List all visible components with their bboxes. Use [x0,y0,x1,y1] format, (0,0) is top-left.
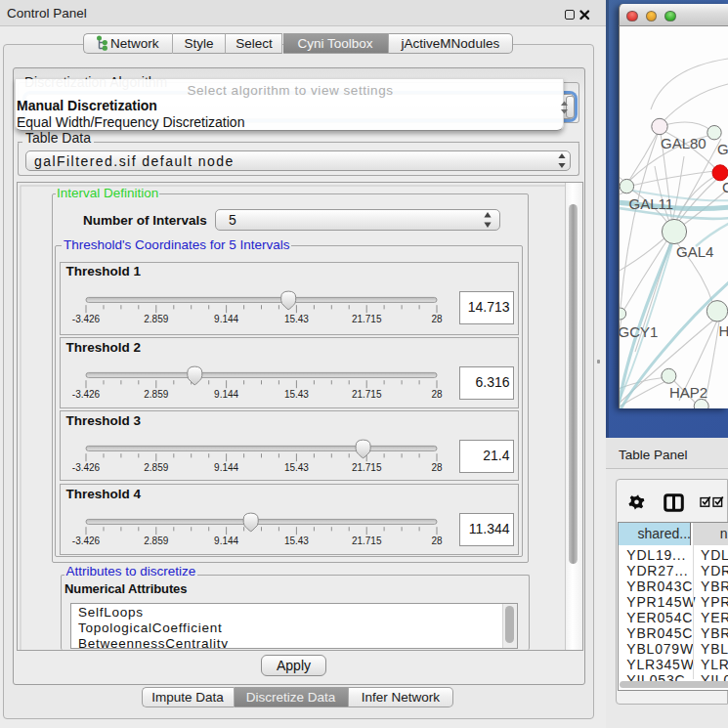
svg-text:15.43: 15.43 [284,314,309,324]
svg-text:2.859: 2.859 [144,389,168,400]
svg-text:9.144: 9.144 [214,462,238,473]
svg-text:21.715: 21.715 [352,314,382,324]
svg-text:HAP2: HAP2 [669,384,707,401]
svg-text:15.43: 15.43 [284,462,309,473]
svg-text:-3.426: -3.426 [72,462,101,473]
svg-text:2.859: 2.859 [144,535,168,546]
svg-text:28: 28 [431,462,443,473]
svg-text:9.144: 9.144 [214,314,238,324]
svg-text:28: 28 [431,535,443,546]
svg-text:15.43: 15.43 [284,535,309,546]
svg-text:28: 28 [431,314,443,324]
svg-text:21.715: 21.715 [352,389,382,400]
svg-text:21.715: 21.715 [352,462,382,473]
svg-text:H: H [719,322,728,339]
svg-text:GCY1: GCY1 [619,323,659,340]
svg-text:-3.426: -3.426 [72,389,101,400]
svg-text:9.144: 9.144 [214,535,238,546]
svg-text:GAL80: GAL80 [661,135,707,151]
svg-text:2.859: 2.859 [144,462,168,473]
svg-text:C: C [722,179,728,195]
svg-text:2.859: 2.859 [144,314,168,324]
svg-text:-3.426: -3.426 [72,314,101,324]
svg-text:GAL4: GAL4 [676,243,713,260]
svg-text:-3.426: -3.426 [72,535,101,546]
svg-text:G: G [717,141,728,157]
svg-text:21.715: 21.715 [352,535,382,546]
svg-text:9.144: 9.144 [214,389,238,400]
svg-text:28: 28 [431,389,443,400]
svg-text:15.43: 15.43 [284,389,309,400]
svg-text:GAL11: GAL11 [629,195,674,212]
